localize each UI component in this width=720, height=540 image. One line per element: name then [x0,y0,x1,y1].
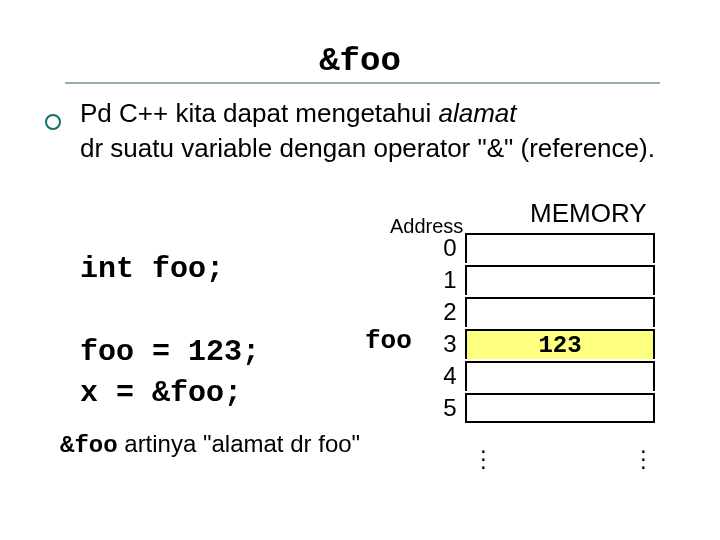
slide: &foo Pd C++ kita dapat mengetahui alamat… [0,0,720,540]
memory-row: 3123 [435,328,655,360]
memory-cell [465,361,655,391]
body-italic-alamat: alamat [438,98,516,128]
body-line2: dr suatu variable dengan operator "&" (r… [80,133,655,163]
footnote-text: artinya "alamat dr foo" [118,430,360,457]
slide-title: &foo [0,42,720,80]
memory-heading: MEMORY [530,198,647,229]
memory-cell [465,393,655,423]
footnote: &foo artinya "alamat dr foo" [60,430,360,459]
memory-row: 2 [435,296,655,328]
memory-index: 3 [435,330,465,358]
memory-table: 012312345 [435,232,655,424]
footnote-code: &foo [60,432,118,459]
body-line1: Pd C++ kita dapat mengetahui [80,98,438,128]
memory-cell [465,297,655,327]
memory-row: 4 [435,360,655,392]
memory-index: 4 [435,362,465,390]
memory-cell: 123 [465,329,655,359]
memory-row: 0 [435,232,655,264]
memory-index: 2 [435,298,465,326]
memory-cell [465,265,655,295]
bullet-icon [45,114,61,130]
memory-row: 5 [435,392,655,424]
body-paragraph: Pd C++ kita dapat mengetahui alamat dr s… [80,96,670,166]
memory-index: 0 [435,234,465,262]
code-assignment: foo = 123; x = &foo; [80,332,260,413]
memory-index: 1 [435,266,465,294]
foo-pointer-label: foo [365,326,412,356]
title-underline [65,82,660,84]
vertical-dots-left: ... [480,440,487,464]
memory-row: 1 [435,264,655,296]
memory-cell [465,233,655,263]
code-declaration: int foo; [80,252,224,286]
memory-index: 5 [435,394,465,422]
vertical-dots-right: ... [640,440,647,464]
